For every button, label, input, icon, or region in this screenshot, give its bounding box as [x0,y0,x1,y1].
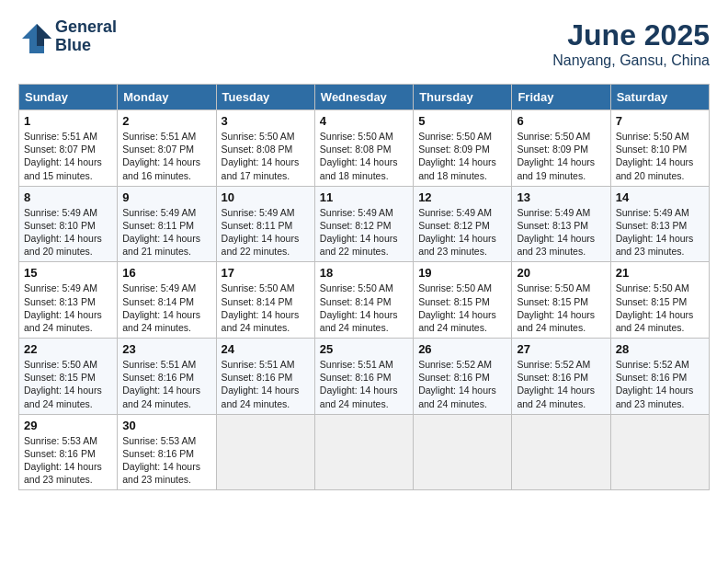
day-info: Sunrise: 5:52 AMSunset: 8:16 PMDaylight:… [418,358,506,410]
day-info: Sunrise: 5:51 AMSunset: 8:16 PMDaylight:… [122,358,210,410]
calendar-day: 21Sunrise: 5:50 AMSunset: 8:15 PMDayligh… [610,262,709,339]
col-header-thursday: Thursday [414,85,512,110]
logo: General Blue [18,18,117,55]
day-number: 13 [517,190,605,204]
day-number: 26 [418,342,506,356]
day-number: 14 [616,190,704,204]
calendar-week-5: 29Sunrise: 5:53 AMSunset: 8:16 PMDayligh… [19,414,710,490]
day-info: Sunrise: 5:51 AMSunset: 8:16 PMDaylight:… [320,358,408,410]
calendar-week-4: 22Sunrise: 5:50 AMSunset: 8:15 PMDayligh… [19,339,710,415]
day-number: 3 [222,114,310,128]
calendar-week-1: 1Sunrise: 5:51 AMSunset: 8:07 PMDaylight… [19,110,710,187]
calendar-day: 28Sunrise: 5:52 AMSunset: 8:16 PMDayligh… [610,339,709,415]
day-info: Sunrise: 5:51 AMSunset: 8:07 PMDaylight:… [122,130,210,182]
calendar-day [414,414,512,490]
day-number: 10 [222,190,310,204]
day-number: 30 [122,419,210,432]
calendar-day [314,414,413,490]
col-header-saturday: Saturday [610,85,709,110]
day-info: Sunrise: 5:49 AMSunset: 8:12 PMDaylight:… [418,206,506,259]
day-info: Sunrise: 5:50 AMSunset: 8:15 PMDaylight:… [517,282,605,334]
day-number: 2 [122,114,210,128]
day-number: 23 [122,342,210,356]
col-header-friday: Friday [512,85,610,110]
day-info: Sunrise: 5:50 AMSunset: 8:14 PMDaylight:… [320,282,408,334]
day-number: 5 [418,114,506,128]
day-number: 25 [320,342,408,356]
day-number: 7 [616,114,704,128]
day-number: 21 [616,266,704,280]
day-info: Sunrise: 5:50 AMSunset: 8:14 PMDaylight:… [222,282,310,334]
calendar-day: 7Sunrise: 5:50 AMSunset: 8:10 PMDaylight… [610,110,709,187]
calendar-day [216,414,314,490]
col-header-sunday: Sunday [19,85,118,110]
calendar-day: 19Sunrise: 5:50 AMSunset: 8:15 PMDayligh… [414,262,512,339]
calendar-day: 14Sunrise: 5:49 AMSunset: 8:13 PMDayligh… [610,186,709,262]
day-info: Sunrise: 5:49 AMSunset: 8:11 PMDaylight:… [122,206,210,259]
calendar-day [610,414,709,490]
calendar-day: 13Sunrise: 5:49 AMSunset: 8:13 PMDayligh… [512,186,610,262]
day-info: Sunrise: 5:53 AMSunset: 8:16 PMDaylight:… [122,434,210,487]
calendar-day: 10Sunrise: 5:49 AMSunset: 8:11 PMDayligh… [216,186,314,262]
day-number: 18 [320,266,408,280]
calendar-day: 23Sunrise: 5:51 AMSunset: 8:16 PMDayligh… [118,339,216,415]
day-info: Sunrise: 5:53 AMSunset: 8:16 PMDaylight:… [24,434,112,487]
calendar-day: 27Sunrise: 5:52 AMSunset: 8:16 PMDayligh… [512,339,610,415]
day-info: Sunrise: 5:49 AMSunset: 8:10 PMDaylight:… [24,206,112,259]
day-info: Sunrise: 5:50 AMSunset: 8:09 PMDaylight:… [517,130,605,182]
day-number: 28 [616,342,704,356]
calendar-day: 1Sunrise: 5:51 AMSunset: 8:07 PMDaylight… [19,110,118,187]
calendar-day: 4Sunrise: 5:50 AMSunset: 8:08 PMDaylight… [314,110,413,187]
day-info: Sunrise: 5:49 AMSunset: 8:12 PMDaylight:… [320,206,408,259]
day-info: Sunrise: 5:51 AMSunset: 8:07 PMDaylight:… [24,130,112,182]
day-info: Sunrise: 5:51 AMSunset: 8:16 PMDaylight:… [222,358,310,410]
calendar-week-2: 8Sunrise: 5:49 AMSunset: 8:10 PMDaylight… [19,186,710,262]
day-number: 11 [320,190,408,204]
day-number: 8 [24,190,112,204]
day-number: 22 [24,342,112,356]
calendar-day: 3Sunrise: 5:50 AMSunset: 8:08 PMDaylight… [216,110,314,187]
calendar-day: 29Sunrise: 5:53 AMSunset: 8:16 PMDayligh… [19,414,118,490]
calendar-day: 5Sunrise: 5:50 AMSunset: 8:09 PMDaylight… [414,110,512,187]
calendar-day: 25Sunrise: 5:51 AMSunset: 8:16 PMDayligh… [314,339,413,415]
day-number: 29 [24,419,112,432]
day-info: Sunrise: 5:49 AMSunset: 8:14 PMDaylight:… [122,282,210,334]
month-title: June 2025 [552,18,710,52]
calendar-day: 9Sunrise: 5:49 AMSunset: 8:11 PMDaylight… [118,186,216,262]
calendar-day: 12Sunrise: 5:49 AMSunset: 8:12 PMDayligh… [414,186,512,262]
calendar-day: 6Sunrise: 5:50 AMSunset: 8:09 PMDaylight… [512,110,610,187]
calendar-day: 11Sunrise: 5:49 AMSunset: 8:12 PMDayligh… [314,186,413,262]
calendar-day: 26Sunrise: 5:52 AMSunset: 8:16 PMDayligh… [414,339,512,415]
day-info: Sunrise: 5:50 AMSunset: 8:15 PMDaylight:… [24,358,112,410]
calendar-day: 20Sunrise: 5:50 AMSunset: 8:15 PMDayligh… [512,262,610,339]
day-info: Sunrise: 5:50 AMSunset: 8:08 PMDaylight:… [222,130,310,182]
logo-text: General Blue [55,18,117,55]
calendar-header-row: SundayMondayTuesdayWednesdayThursdayFrid… [19,85,710,110]
calendar-day: 18Sunrise: 5:50 AMSunset: 8:14 PMDayligh… [314,262,413,339]
calendar-day: 16Sunrise: 5:49 AMSunset: 8:14 PMDayligh… [118,262,216,339]
day-number: 9 [122,190,210,204]
calendar-day: 30Sunrise: 5:53 AMSunset: 8:16 PMDayligh… [118,414,216,490]
day-number: 6 [517,114,605,128]
day-info: Sunrise: 5:50 AMSunset: 8:08 PMDaylight:… [320,130,408,182]
calendar-week-3: 15Sunrise: 5:49 AMSunset: 8:13 PMDayligh… [19,262,710,339]
calendar-day: 22Sunrise: 5:50 AMSunset: 8:15 PMDayligh… [19,339,118,415]
col-header-monday: Monday [118,85,216,110]
day-number: 27 [517,342,605,356]
calendar-day: 17Sunrise: 5:50 AMSunset: 8:14 PMDayligh… [216,262,314,339]
day-info: Sunrise: 5:49 AMSunset: 8:13 PMDaylight:… [616,206,704,259]
location-title: Nanyang, Gansu, China [552,52,710,69]
calendar-day: 2Sunrise: 5:51 AMSunset: 8:07 PMDaylight… [118,110,216,187]
day-info: Sunrise: 5:49 AMSunset: 8:13 PMDaylight:… [517,206,605,259]
calendar-table: SundayMondayTuesdayWednesdayThursdayFrid… [18,84,710,490]
day-number: 24 [222,342,310,356]
day-info: Sunrise: 5:50 AMSunset: 8:10 PMDaylight:… [616,130,704,182]
col-header-tuesday: Tuesday [216,85,314,110]
logo-icon [18,20,51,53]
day-info: Sunrise: 5:50 AMSunset: 8:09 PMDaylight:… [418,130,506,182]
day-info: Sunrise: 5:52 AMSunset: 8:16 PMDaylight:… [616,358,704,410]
day-info: Sunrise: 5:50 AMSunset: 8:15 PMDaylight:… [616,282,704,334]
day-info: Sunrise: 5:50 AMSunset: 8:15 PMDaylight:… [418,282,506,334]
day-info: Sunrise: 5:49 AMSunset: 8:11 PMDaylight:… [222,206,310,259]
day-number: 12 [418,190,506,204]
